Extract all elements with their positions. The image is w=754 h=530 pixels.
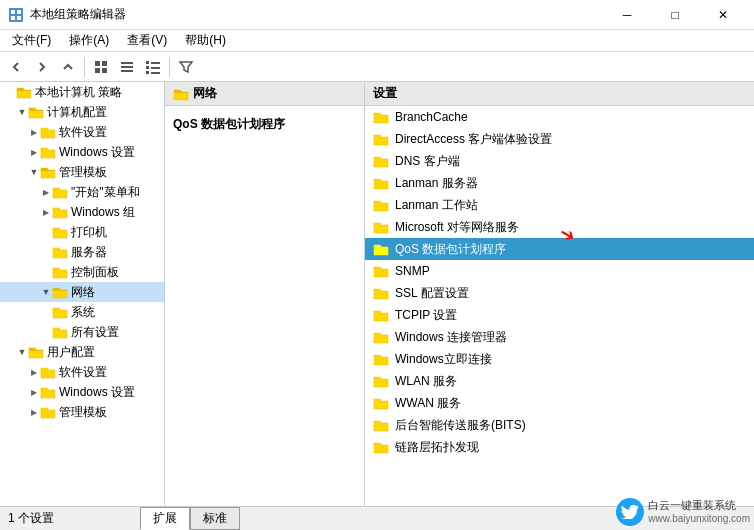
twitter-icon bbox=[621, 505, 639, 519]
middle-header-label: 网络 bbox=[193, 85, 217, 102]
forward-button[interactable] bbox=[30, 55, 54, 79]
tree-toggle: ▼ bbox=[16, 106, 28, 118]
folder-icon bbox=[373, 110, 389, 124]
tree-toggle bbox=[40, 266, 52, 278]
svg-rect-14 bbox=[146, 66, 149, 69]
item-label: Lanman 工作站 bbox=[395, 197, 478, 214]
left-tree-panel: 本地计算机 策略 ▼ 计算机配置 ▶ 软件设置 ▶ Windows 设置 bbox=[0, 82, 165, 506]
tab-extended[interactable]: 扩展 bbox=[140, 507, 190, 530]
tree-item-computer-config[interactable]: ▼ 计算机配置 bbox=[0, 102, 164, 122]
tree-item-all-settings[interactable]: 所有设置 bbox=[0, 322, 164, 342]
folder-icon bbox=[373, 396, 389, 410]
window-title: 本地组策略编辑器 bbox=[30, 6, 126, 23]
view2-icon bbox=[119, 59, 135, 75]
maximize-button[interactable]: □ bbox=[652, 0, 698, 30]
right-header-label: 设置 bbox=[373, 85, 397, 102]
middle-panel-header: 网络 bbox=[165, 82, 364, 106]
tree-toggle bbox=[40, 306, 52, 318]
toolbar-separator-1 bbox=[84, 57, 85, 77]
menu-bar: 文件(F) 操作(A) 查看(V) 帮助(H) bbox=[0, 30, 754, 52]
tree-label: 管理模板 bbox=[59, 404, 107, 421]
tree-item-user-windows-settings[interactable]: ▶ Windows 设置 bbox=[0, 382, 164, 402]
up-icon bbox=[60, 59, 76, 75]
right-list-item-13[interactable]: WWAN 服务 bbox=[365, 392, 754, 414]
svg-rect-2 bbox=[17, 10, 21, 14]
up-button[interactable] bbox=[56, 55, 80, 79]
right-list-item-9[interactable]: TCPIP 设置 bbox=[365, 304, 754, 326]
tree-item-control-panel[interactable]: 控制面板 bbox=[0, 262, 164, 282]
folder-icon bbox=[52, 285, 68, 299]
right-list-item-8[interactable]: SSL 配置设置 bbox=[365, 282, 754, 304]
view1-icon bbox=[93, 59, 109, 75]
folder-icon bbox=[373, 154, 389, 168]
tree-toggle bbox=[40, 246, 52, 258]
right-list-item-3[interactable]: Lanman 服务器 bbox=[365, 172, 754, 194]
view1-button[interactable] bbox=[89, 55, 113, 79]
right-list-item-1[interactable]: DirectAccess 客户端体验设置 bbox=[365, 128, 754, 150]
tree-item-user-config[interactable]: ▼ 用户配置 bbox=[0, 342, 164, 362]
right-list-item-4[interactable]: Lanman 工作站 bbox=[365, 194, 754, 216]
tree-item-user-software-settings[interactable]: ▶ 软件设置 bbox=[0, 362, 164, 382]
toolbar bbox=[0, 52, 754, 82]
menu-file[interactable]: 文件(F) bbox=[4, 30, 59, 51]
svg-rect-13 bbox=[151, 62, 160, 64]
tree-item-network[interactable]: ▼ 网络 bbox=[0, 282, 164, 302]
right-list-item-10[interactable]: Windows 连接管理器 bbox=[365, 326, 754, 348]
menu-help[interactable]: 帮助(H) bbox=[177, 30, 234, 51]
menu-view[interactable]: 查看(V) bbox=[119, 30, 175, 51]
view2-button[interactable] bbox=[115, 55, 139, 79]
item-label: DNS 客户端 bbox=[395, 153, 460, 170]
folder-icon bbox=[373, 264, 389, 278]
right-list-item-6[interactable]: QoS 数据包计划程序 bbox=[365, 238, 754, 260]
folder-icon bbox=[52, 225, 68, 239]
right-list-item-11[interactable]: Windows立即连接 bbox=[365, 348, 754, 370]
right-list-item-15[interactable]: 链路层拓扑发现 bbox=[365, 436, 754, 458]
tree-item-admin-templates[interactable]: ▼ 管理模板 bbox=[0, 162, 164, 182]
svg-rect-10 bbox=[121, 66, 133, 68]
close-button[interactable]: ✕ bbox=[700, 0, 746, 30]
app-icon bbox=[8, 7, 24, 23]
tree-item-user-admin-templates[interactable]: ▶ 管理模板 bbox=[0, 402, 164, 422]
item-label: Windows 连接管理器 bbox=[395, 329, 507, 346]
right-list-item-5[interactable]: Microsoft 对等网络服务 bbox=[365, 216, 754, 238]
tree-toggle: ▼ bbox=[16, 346, 28, 358]
right-list-item-2[interactable]: DNS 客户端 bbox=[365, 150, 754, 172]
watermark-text: 白云一键重装系统 www.baiyunxitong.com bbox=[648, 499, 750, 524]
svg-rect-15 bbox=[151, 67, 160, 69]
window-controls: ─ □ ✕ bbox=[604, 0, 746, 30]
item-label: QoS 数据包计划程序 bbox=[395, 241, 506, 258]
menu-action[interactable]: 操作(A) bbox=[61, 30, 117, 51]
tree-item-software-settings[interactable]: ▶ 软件设置 bbox=[0, 122, 164, 142]
right-list-item-12[interactable]: WLAN 服务 bbox=[365, 370, 754, 392]
item-label: 后台智能传送服务(BITS) bbox=[395, 417, 526, 434]
view3-button[interactable] bbox=[141, 55, 165, 79]
item-label: BranchCache bbox=[395, 110, 468, 124]
svg-rect-17 bbox=[151, 72, 160, 74]
back-button[interactable] bbox=[4, 55, 28, 79]
minimize-button[interactable]: ─ bbox=[604, 0, 650, 30]
status-bar: 1 个设置 扩展 标准 白云一键重装系统 www.baiyunxitong.co… bbox=[0, 506, 754, 530]
item-label: Lanman 服务器 bbox=[395, 175, 478, 192]
folder-icon bbox=[373, 132, 389, 146]
svg-rect-1 bbox=[11, 10, 15, 14]
tree-item-start-menu[interactable]: ▶ "开始"菜单和 bbox=[0, 182, 164, 202]
tree-toggle: ▶ bbox=[28, 406, 40, 418]
tree-item-root[interactable]: 本地计算机 策略 bbox=[0, 82, 164, 102]
tab-standard[interactable]: 标准 bbox=[190, 507, 240, 530]
filter-button[interactable] bbox=[174, 55, 198, 79]
tree-item-system[interactable]: 系统 bbox=[0, 302, 164, 322]
tree-label: 打印机 bbox=[71, 224, 107, 241]
item-label: Windows立即连接 bbox=[395, 351, 492, 368]
folder-icon bbox=[40, 385, 56, 399]
item-label: SNMP bbox=[395, 264, 430, 278]
right-list-item-7[interactable]: SNMP bbox=[365, 260, 754, 282]
right-list-item-14[interactable]: 后台智能传送服务(BITS) bbox=[365, 414, 754, 436]
folder-icon bbox=[373, 286, 389, 300]
tree-item-windows-settings[interactable]: ▶ Windows 设置 bbox=[0, 142, 164, 162]
tree-toggle: ▶ bbox=[28, 126, 40, 138]
tree-item-server[interactable]: 服务器 bbox=[0, 242, 164, 262]
tree-toggle bbox=[40, 326, 52, 338]
tree-item-printer[interactable]: 打印机 bbox=[0, 222, 164, 242]
right-list-item-0[interactable]: BranchCache bbox=[365, 106, 754, 128]
tree-item-windows-group[interactable]: ▶ Windows 组 bbox=[0, 202, 164, 222]
